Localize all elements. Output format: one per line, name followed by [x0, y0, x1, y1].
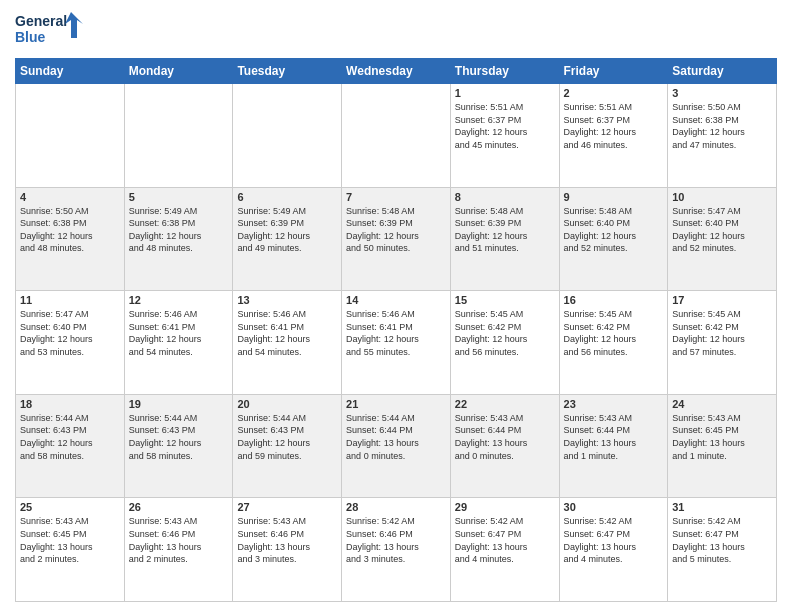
- calendar-cell: 1Sunrise: 5:51 AM Sunset: 6:37 PM Daylig…: [450, 84, 559, 188]
- day-info: Sunrise: 5:48 AM Sunset: 6:39 PM Dayligh…: [455, 205, 555, 255]
- calendar-cell: 22Sunrise: 5:43 AM Sunset: 6:44 PM Dayli…: [450, 394, 559, 498]
- logo: General Blue: [15, 10, 85, 52]
- day-number: 20: [237, 398, 337, 410]
- day-header-tuesday: Tuesday: [233, 59, 342, 84]
- calendar-cell: 19Sunrise: 5:44 AM Sunset: 6:43 PM Dayli…: [124, 394, 233, 498]
- day-info: Sunrise: 5:43 AM Sunset: 6:44 PM Dayligh…: [455, 412, 555, 462]
- day-number: 3: [672, 87, 772, 99]
- day-number: 13: [237, 294, 337, 306]
- day-number: 12: [129, 294, 229, 306]
- calendar-cell: 9Sunrise: 5:48 AM Sunset: 6:40 PM Daylig…: [559, 187, 668, 291]
- calendar-week-4: 18Sunrise: 5:44 AM Sunset: 6:43 PM Dayli…: [16, 394, 777, 498]
- calendar-cell: 10Sunrise: 5:47 AM Sunset: 6:40 PM Dayli…: [668, 187, 777, 291]
- day-number: 9: [564, 191, 664, 203]
- calendar-cell: 2Sunrise: 5:51 AM Sunset: 6:37 PM Daylig…: [559, 84, 668, 188]
- calendar-week-3: 11Sunrise: 5:47 AM Sunset: 6:40 PM Dayli…: [16, 291, 777, 395]
- day-number: 10: [672, 191, 772, 203]
- calendar-cell: 21Sunrise: 5:44 AM Sunset: 6:44 PM Dayli…: [342, 394, 451, 498]
- calendar-cell: 25Sunrise: 5:43 AM Sunset: 6:45 PM Dayli…: [16, 498, 125, 602]
- svg-marker-2: [65, 12, 83, 38]
- day-info: Sunrise: 5:44 AM Sunset: 6:44 PM Dayligh…: [346, 412, 446, 462]
- day-info: Sunrise: 5:43 AM Sunset: 6:45 PM Dayligh…: [672, 412, 772, 462]
- calendar-table: SundayMondayTuesdayWednesdayThursdayFrid…: [15, 58, 777, 602]
- day-number: 26: [129, 501, 229, 513]
- day-info: Sunrise: 5:48 AM Sunset: 6:39 PM Dayligh…: [346, 205, 446, 255]
- calendar-cell: 30Sunrise: 5:42 AM Sunset: 6:47 PM Dayli…: [559, 498, 668, 602]
- day-number: 29: [455, 501, 555, 513]
- calendar-cell: 31Sunrise: 5:42 AM Sunset: 6:47 PM Dayli…: [668, 498, 777, 602]
- calendar-cell: 20Sunrise: 5:44 AM Sunset: 6:43 PM Dayli…: [233, 394, 342, 498]
- day-header-thursday: Thursday: [450, 59, 559, 84]
- calendar-cell: 8Sunrise: 5:48 AM Sunset: 6:39 PM Daylig…: [450, 187, 559, 291]
- day-number: 5: [129, 191, 229, 203]
- calendar-cell: 16Sunrise: 5:45 AM Sunset: 6:42 PM Dayli…: [559, 291, 668, 395]
- day-info: Sunrise: 5:44 AM Sunset: 6:43 PM Dayligh…: [237, 412, 337, 462]
- day-number: 6: [237, 191, 337, 203]
- day-info: Sunrise: 5:42 AM Sunset: 6:46 PM Dayligh…: [346, 515, 446, 565]
- day-header-friday: Friday: [559, 59, 668, 84]
- calendar-cell: 7Sunrise: 5:48 AM Sunset: 6:39 PM Daylig…: [342, 187, 451, 291]
- calendar-cell: [233, 84, 342, 188]
- day-number: 16: [564, 294, 664, 306]
- day-header-sunday: Sunday: [16, 59, 125, 84]
- day-info: Sunrise: 5:50 AM Sunset: 6:38 PM Dayligh…: [20, 205, 120, 255]
- day-info: Sunrise: 5:44 AM Sunset: 6:43 PM Dayligh…: [129, 412, 229, 462]
- calendar-cell: 23Sunrise: 5:43 AM Sunset: 6:44 PM Dayli…: [559, 394, 668, 498]
- calendar-week-5: 25Sunrise: 5:43 AM Sunset: 6:45 PM Dayli…: [16, 498, 777, 602]
- day-info: Sunrise: 5:44 AM Sunset: 6:43 PM Dayligh…: [20, 412, 120, 462]
- day-number: 7: [346, 191, 446, 203]
- day-info: Sunrise: 5:43 AM Sunset: 6:45 PM Dayligh…: [20, 515, 120, 565]
- day-info: Sunrise: 5:46 AM Sunset: 6:41 PM Dayligh…: [129, 308, 229, 358]
- day-number: 24: [672, 398, 772, 410]
- calendar-cell: 28Sunrise: 5:42 AM Sunset: 6:46 PM Dayli…: [342, 498, 451, 602]
- day-number: 4: [20, 191, 120, 203]
- day-info: Sunrise: 5:43 AM Sunset: 6:46 PM Dayligh…: [237, 515, 337, 565]
- day-info: Sunrise: 5:43 AM Sunset: 6:44 PM Dayligh…: [564, 412, 664, 462]
- day-number: 8: [455, 191, 555, 203]
- day-number: 23: [564, 398, 664, 410]
- generalblue-logo-icon: General Blue: [15, 10, 85, 52]
- calendar-cell: [342, 84, 451, 188]
- day-info: Sunrise: 5:46 AM Sunset: 6:41 PM Dayligh…: [237, 308, 337, 358]
- day-info: Sunrise: 5:42 AM Sunset: 6:47 PM Dayligh…: [455, 515, 555, 565]
- day-number: 31: [672, 501, 772, 513]
- calendar-week-1: 1Sunrise: 5:51 AM Sunset: 6:37 PM Daylig…: [16, 84, 777, 188]
- calendar-cell: 11Sunrise: 5:47 AM Sunset: 6:40 PM Dayli…: [16, 291, 125, 395]
- calendar-cell: [124, 84, 233, 188]
- day-info: Sunrise: 5:42 AM Sunset: 6:47 PM Dayligh…: [672, 515, 772, 565]
- day-number: 30: [564, 501, 664, 513]
- page: General Blue SundayMondayTuesdayWednesda…: [0, 0, 792, 612]
- day-header-saturday: Saturday: [668, 59, 777, 84]
- calendar-cell: 24Sunrise: 5:43 AM Sunset: 6:45 PM Dayli…: [668, 394, 777, 498]
- day-info: Sunrise: 5:43 AM Sunset: 6:46 PM Dayligh…: [129, 515, 229, 565]
- svg-text:Blue: Blue: [15, 29, 46, 45]
- day-info: Sunrise: 5:47 AM Sunset: 6:40 PM Dayligh…: [20, 308, 120, 358]
- calendar-cell: 14Sunrise: 5:46 AM Sunset: 6:41 PM Dayli…: [342, 291, 451, 395]
- svg-text:General: General: [15, 13, 67, 29]
- day-info: Sunrise: 5:51 AM Sunset: 6:37 PM Dayligh…: [455, 101, 555, 151]
- day-number: 22: [455, 398, 555, 410]
- calendar-cell: [16, 84, 125, 188]
- calendar-cell: 27Sunrise: 5:43 AM Sunset: 6:46 PM Dayli…: [233, 498, 342, 602]
- calendar-cell: 17Sunrise: 5:45 AM Sunset: 6:42 PM Dayli…: [668, 291, 777, 395]
- day-number: 17: [672, 294, 772, 306]
- day-info: Sunrise: 5:48 AM Sunset: 6:40 PM Dayligh…: [564, 205, 664, 255]
- day-number: 21: [346, 398, 446, 410]
- calendar-week-2: 4Sunrise: 5:50 AM Sunset: 6:38 PM Daylig…: [16, 187, 777, 291]
- day-header-wednesday: Wednesday: [342, 59, 451, 84]
- day-number: 2: [564, 87, 664, 99]
- day-info: Sunrise: 5:47 AM Sunset: 6:40 PM Dayligh…: [672, 205, 772, 255]
- day-number: 27: [237, 501, 337, 513]
- calendar-cell: 18Sunrise: 5:44 AM Sunset: 6:43 PM Dayli…: [16, 394, 125, 498]
- calendar-cell: 29Sunrise: 5:42 AM Sunset: 6:47 PM Dayli…: [450, 498, 559, 602]
- day-number: 14: [346, 294, 446, 306]
- calendar-cell: 6Sunrise: 5:49 AM Sunset: 6:39 PM Daylig…: [233, 187, 342, 291]
- calendar-cell: 5Sunrise: 5:49 AM Sunset: 6:38 PM Daylig…: [124, 187, 233, 291]
- day-number: 1: [455, 87, 555, 99]
- day-info: Sunrise: 5:46 AM Sunset: 6:41 PM Dayligh…: [346, 308, 446, 358]
- day-info: Sunrise: 5:42 AM Sunset: 6:47 PM Dayligh…: [564, 515, 664, 565]
- day-number: 18: [20, 398, 120, 410]
- day-number: 11: [20, 294, 120, 306]
- day-info: Sunrise: 5:49 AM Sunset: 6:38 PM Dayligh…: [129, 205, 229, 255]
- calendar-cell: 3Sunrise: 5:50 AM Sunset: 6:38 PM Daylig…: [668, 84, 777, 188]
